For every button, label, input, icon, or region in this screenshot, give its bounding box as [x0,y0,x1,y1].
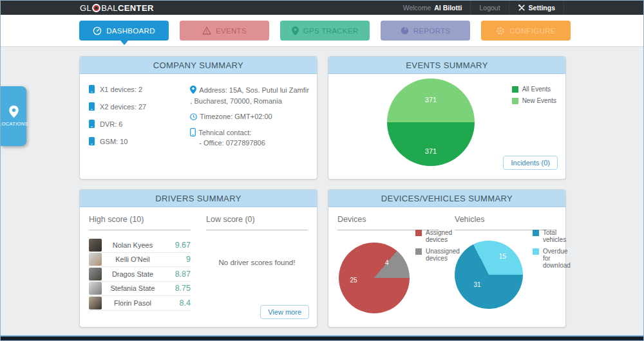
device-icon [89,102,95,111]
devices-vehicles-title: DEVICES/VEHICLES SUMMARY [328,190,565,207]
top-bar-right: Welcome Al Bilotti Logout Settings [395,1,564,15]
legend-swatch [415,230,422,236]
logo: GL BAL CENTER [80,3,154,13]
company-summary-title: COMPANY SUMMARY [80,57,317,74]
legend-swatch [533,230,539,236]
driver-row: Nolan Kyees 9.67 [89,238,191,253]
vehicles-legend: Total vehicles Overdue for download [533,229,573,273]
pie-slice-value: 25 [350,277,357,284]
address-pin-icon [190,86,196,94]
driver-row: Stefania State 8.75 [89,282,191,297]
driver-row: Florin Pasol 8.4 [89,296,191,311]
app-window: GL BAL CENTER Welcome Al Bilotti Logout … [0,0,644,341]
footer-bar [1,336,643,340]
driver-list: Nolan Kyees 9.67 Kelli O'Neil 9 Dragos S… [89,238,191,311]
high-score-header: High score (10) [89,215,191,230]
driver-avatar [89,297,102,309]
vehicles-pie-chart: 15 31 [455,241,523,309]
settings-button[interactable]: Settings [509,1,564,15]
high-score-column: High score (10) Nolan Kyees 9.67 Kelli O… [89,215,191,311]
welcome-user: Welcome Al Bilotti [395,1,471,15]
driver-score: 8.87 [164,270,191,279]
map-pin-icon [292,26,299,35]
device-count-row: X1 devices: 2 [89,85,190,93]
company-address: Address: 15A, Sos. Putul lui Zamfir , Bu… [190,85,309,106]
devices-legend: Assigned devices Unassigned devices [415,229,455,266]
vehicles-header: Vehicles [455,215,556,230]
legend-item: New Events [512,97,556,104]
locations-side-tab[interactable]: LOCATIONS [1,86,26,146]
tab-configure[interactable]: CONFIGURE [481,21,571,41]
driver-score: 9.67 [164,241,191,250]
pie-slice-value: 15 [499,253,506,260]
legend-item: All Events [512,86,556,93]
legend-item: Unassigned devices [415,248,455,262]
tab-events[interactable]: EVENTS [180,21,269,41]
tab-reports[interactable]: REPORTS [381,21,470,41]
legend-swatch [512,98,518,104]
tab-dashboard[interactable]: DASHBOARD [79,21,169,41]
legend-item: Total vehicles [533,229,573,243]
gear-icon [496,26,505,35]
nav-bar: DASHBOARD EVENTS GPS TRACKER REPORTS CON… [1,15,643,47]
driver-score: 8.75 [164,284,191,293]
devices-vehicles-summary-card: DEVICES/VEHICLES SUMMARY Devices 4 25 As… [328,189,566,327]
legend-swatch [415,248,422,255]
legend-item: Overdue for download [533,248,573,269]
logo-lens-icon [92,4,100,12]
welcome-label: Welcome [403,4,431,12]
device-icon [89,120,95,128]
legend-swatch [533,248,539,255]
device-count-row: X2 devices: 27 [89,102,190,111]
company-device-counts: X1 devices: 2 X2 devices: 27 DVR: 6 GSM:… [89,85,190,154]
pie-slice-value: 4 [385,259,389,266]
pie-slice-value: 371 [425,147,437,155]
location-pin-icon [9,106,19,118]
no-scores-message: No driver scores found! [206,230,308,266]
low-score-header: Low score (0) [206,215,308,230]
events-legend: All Events New Events [512,86,556,109]
logo-text-bal: BAL [101,3,118,13]
low-score-column: Low score (0) No driver scores found! [206,215,308,311]
driver-score: 9 [164,255,191,264]
pie-slice-value: 31 [473,281,480,288]
logout-button[interactable]: Logout [470,1,508,15]
drivers-summary-card: DRIVERS SUMMARY High score (10) Nolan Ky… [79,189,317,327]
gauge-icon [93,26,102,35]
events-summary-title: EVENTS SUMMARY [328,57,565,74]
clock-icon [190,113,197,120]
locations-label: LOCATIONS [0,121,28,127]
logo-text-gl: GL [80,3,91,13]
legend-swatch [512,86,518,93]
company-summary-card: COMPANY SUMMARY X1 devices: 2 X2 devices… [79,56,317,180]
driver-avatar [89,268,102,281]
top-bar: GL BAL CENTER Welcome Al Bilotti Logout … [1,1,643,15]
devices-pie-chart: 4 25 [339,243,410,313]
tab-gps-tracker[interactable]: GPS TRACKER [280,21,370,41]
tools-icon [518,4,526,12]
driver-row: Dragos State 8.87 [89,267,191,282]
driver-row: Kelli O'Neil 9 [89,253,191,268]
company-contact: Tehnical contact: - Office: 0727897806 [190,127,309,149]
devices-section: Devices 4 25 Assigned devices Unassigned… [337,215,439,327]
company-timezone: Timezone: GMT+02:00 [190,111,309,122]
devices-header: Devices [337,215,439,230]
drivers-summary-title: DRIVERS SUMMARY [80,190,317,207]
device-icon [89,137,95,145]
driver-avatar [89,253,102,266]
driver-avatar [89,282,102,295]
device-count-row: GSM: 10 [89,137,190,145]
events-pie-chart: 371 371 [387,78,475,166]
legend-item: Assigned devices [415,229,455,243]
incidents-button[interactable]: Incidents (0) [503,156,558,170]
driver-score: 8.4 [164,299,191,308]
company-contact-office: - Office: 0727897806 [190,138,309,149]
phone-icon [190,128,196,136]
vehicles-section: Vehicles 15 31 Total vehicles Overdue fo… [455,215,556,327]
view-more-button[interactable]: View more [260,305,309,319]
warning-triangle-icon [202,26,211,35]
pie-chart-icon [401,26,409,35]
company-info: Address: 15A, Sos. Putul lui Zamfir , Bu… [190,85,309,154]
events-summary-card: EVENTS SUMMARY 371 371 All Events New Ev… [328,56,566,180]
logo-text-center: CENTER [118,3,154,13]
